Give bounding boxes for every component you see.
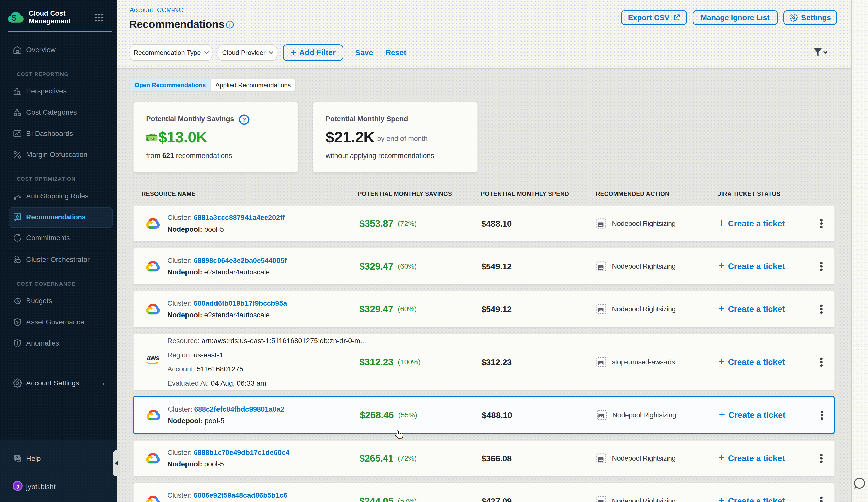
svg-text:$: $ <box>16 320 19 325</box>
svg-text:$: $ <box>153 137 154 140</box>
svg-text:!: ! <box>17 341 18 346</box>
svg-text:?: ? <box>242 116 246 123</box>
svg-text:$: $ <box>12 13 17 22</box>
svg-text:$: $ <box>17 299 19 303</box>
svg-text:?: ? <box>16 456 18 460</box>
